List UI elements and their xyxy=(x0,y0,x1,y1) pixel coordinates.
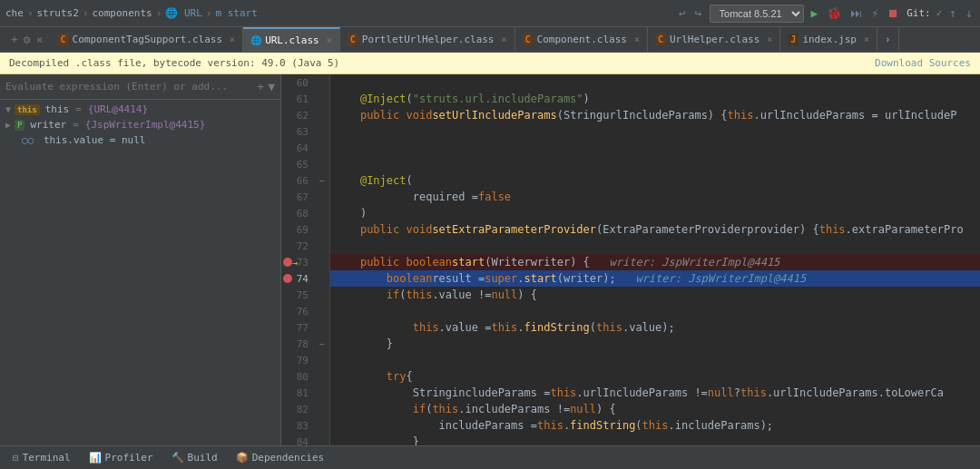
tab-component-class[interactable]: C Component.class × xyxy=(515,27,648,53)
code-line-81: String includeParams = this.urlIncludePa… xyxy=(330,385,980,401)
breadcrumb-start[interactable]: m start xyxy=(215,7,257,19)
code-line-65 xyxy=(330,156,980,172)
top-toolbar: che › struts2 › components › 🌐 URL › m s… xyxy=(0,0,980,27)
tab-close-icon[interactable]: × xyxy=(634,34,640,44)
line-num-62: 62 xyxy=(281,107,314,123)
line-num-60: 60 xyxy=(281,74,314,91)
gutter-72 xyxy=(314,238,329,254)
debug-icon[interactable]: 🐞 xyxy=(825,6,843,20)
tab-close-icon[interactable]: × xyxy=(767,34,772,44)
line-num-79: 79 xyxy=(281,352,314,368)
decompiled-message: Decompiled .class file, bytecode version… xyxy=(9,57,339,69)
gutter-63 xyxy=(314,123,329,140)
gutter-78-fold[interactable]: − xyxy=(314,336,329,352)
coverage-icon[interactable]: ⚡ xyxy=(869,6,880,20)
breadcrumb: che › struts2 › components › 🌐 URL › m s… xyxy=(5,7,673,19)
step-over-icon[interactable]: ⏭ xyxy=(848,6,864,20)
tab-index-jsp[interactable]: J index.jsp × xyxy=(780,27,877,53)
tab-close-icon[interactable]: × xyxy=(864,34,869,44)
back-icon[interactable]: ↩ xyxy=(677,6,688,20)
tab-close-icon[interactable]: × xyxy=(230,34,235,44)
gutter-62 xyxy=(314,107,329,123)
gutter-73 xyxy=(314,254,329,270)
tab-url-class[interactable]: 🌐 URL.class × xyxy=(243,27,340,53)
line-num-75: 75 xyxy=(281,287,314,303)
tab-settings-icon[interactable]: ⚙ xyxy=(24,33,31,46)
var-this[interactable]: ▼ this this = {URL@4414} xyxy=(0,102,280,117)
tab-c-icon: C xyxy=(655,34,666,45)
gutter-66-fold[interactable]: − xyxy=(314,172,329,189)
line-num-67: 67 xyxy=(281,189,314,205)
tab-portlet-url-helper[interactable]: C PortletUrlHelper.class × xyxy=(340,27,515,53)
bottom-tab-terminal[interactable]: ⊟ Terminal xyxy=(5,450,78,465)
gutter-61 xyxy=(314,91,329,107)
git-arrow-down[interactable]: ↓ xyxy=(964,6,975,20)
breadcrumb-che[interactable]: che xyxy=(5,7,24,19)
code-line-83: includeParams = this.findString(this.inc… xyxy=(330,417,980,434)
line-num-68: 68 xyxy=(281,205,314,221)
close-tabs-button[interactable]: × xyxy=(36,33,44,46)
var-name-writer: writer xyxy=(30,119,66,131)
forward-icon[interactable]: ↪ xyxy=(693,6,704,20)
code-line-79 xyxy=(330,352,980,368)
tomcat-selector[interactable]: Tomcat 8.5.21 xyxy=(710,5,804,23)
code-editor: 60 61 62 63 64 65 66 67 68 69 72 →73 74 … xyxy=(281,74,980,445)
expand-arrow-icon: ▶ xyxy=(5,120,11,130)
git-label: Git: xyxy=(906,7,931,19)
main-layout: + ▼ ▼ this this = {URL@4414} ▶ P writer … xyxy=(0,74,980,445)
eval-bar: + ▼ xyxy=(0,74,280,100)
line-num-61: 61 xyxy=(281,91,314,107)
gutter-64 xyxy=(314,140,329,156)
bottom-tab-profiler[interactable]: 📊 Profiler xyxy=(82,450,161,465)
var-name-this: this xyxy=(45,103,70,115)
code-lines: @Inject("struts.url.includeParams") publ… xyxy=(330,74,980,445)
line-num-84: 84 xyxy=(281,434,314,445)
line-num-63: 63 xyxy=(281,123,314,140)
download-sources-button[interactable]: Download Sources xyxy=(875,57,971,69)
gutter-79 xyxy=(314,352,329,368)
gutter-67 xyxy=(314,189,329,205)
gutter-77 xyxy=(314,319,329,336)
var-value-this: {URL@4414} xyxy=(88,103,148,115)
bottom-tab-dependencies[interactable]: 📦 Dependencies xyxy=(229,450,331,465)
line-num-78: 78 xyxy=(281,336,314,352)
code-line-60 xyxy=(330,74,980,91)
tab-component-tag-support[interactable]: C ComponentTagSupport.class × xyxy=(50,27,243,53)
line-num-80: 80 xyxy=(281,368,314,385)
line-num-77: 77 xyxy=(281,319,314,336)
breadcrumb-components[interactable]: components xyxy=(92,7,152,19)
dependencies-icon: 📦 xyxy=(236,452,249,464)
git-arrow-up[interactable]: ↑ xyxy=(947,6,958,20)
gutter-60 xyxy=(314,74,329,91)
breadcrumb-struts2[interactable]: struts2 xyxy=(37,7,79,19)
bottom-tab-build[interactable]: 🔨 Build xyxy=(164,450,225,465)
code-line-62: public void setUrlIncludeParams(String u… xyxy=(330,107,980,123)
run-button[interactable]: ▶ xyxy=(809,6,820,20)
breadcrumb-url[interactable]: 🌐 URL xyxy=(165,7,202,19)
tab-c-icon: C xyxy=(523,34,534,45)
tab-url-helper[interactable]: C UrlHelper.class × xyxy=(648,27,780,53)
git-check-icon: ✓ xyxy=(936,7,943,19)
bottom-bar: ⊟ Terminal 📊 Profiler 🔨 Build 📦 Dependen… xyxy=(0,445,980,469)
eval-add-button[interactable]: + xyxy=(257,80,264,93)
tab-close-icon[interactable]: × xyxy=(502,34,507,44)
tab-close-icon[interactable]: × xyxy=(327,35,332,45)
var-value-writer: {JspWriterImpl@4415} xyxy=(85,119,205,131)
expand-arrow-icon: ▼ xyxy=(5,104,11,114)
tab-overflow[interactable]: › xyxy=(877,27,899,53)
var-writer[interactable]: ▶ P writer = {JspWriterImpl@4415} xyxy=(0,117,280,132)
gutter-69 xyxy=(314,221,329,238)
eval-dropdown-button[interactable]: ▼ xyxy=(268,80,275,93)
new-tab-button[interactable]: + xyxy=(11,33,18,46)
code-line-72 xyxy=(330,238,980,254)
stop-icon[interactable]: ⏹ xyxy=(886,6,901,20)
code-line-82: if (this.includeParams != null) { xyxy=(330,401,980,417)
gutter-83 xyxy=(314,417,329,434)
gutter-76 xyxy=(314,303,329,319)
gutter-65 xyxy=(314,156,329,172)
gutter-68 xyxy=(314,205,329,221)
profiler-icon: 📊 xyxy=(89,452,102,464)
eval-input[interactable] xyxy=(5,81,253,93)
tab-actions: + ⚙ × xyxy=(4,33,50,46)
tab-c-icon: C xyxy=(57,34,68,45)
